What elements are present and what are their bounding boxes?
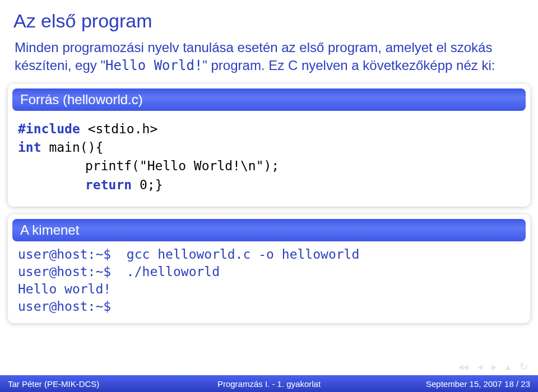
code-stdio: <stdio.h> — [80, 122, 157, 136]
footer-bar: Tar Péter (PE-MIK-DCS) Programzás I. - 1… — [0, 375, 538, 392]
kw-int: int — [18, 140, 41, 155]
footer-title: Programzás I. - 1. gyakorlat — [177, 379, 361, 389]
terminal-output: user@host:~$ gcc helloworld.c -o hellowo… — [8, 241, 530, 323]
nav-up-icon[interactable]: ▴ — [505, 361, 511, 373]
source-code: #include <stdio.h> int main(){ printf("H… — [8, 111, 530, 207]
nav-prev-icon[interactable]: ◂ — [477, 361, 483, 373]
intro-text: Minden programozási nyelv tanulása eseté… — [15, 40, 495, 73]
output-block-title: A kimenet — [12, 219, 526, 241]
nav-next-icon[interactable]: ▸ — [491, 361, 497, 373]
source-block: Forrás (helloworld.c) #include <stdio.h>… — [8, 84, 530, 207]
nav-cycle-icon[interactable]: ↻ — [520, 361, 528, 373]
code-printf: printf("Hello World!\n"); — [85, 158, 279, 173]
kw-return: return — [85, 178, 132, 192]
slide: Az első program Minden programozási nyel… — [0, 0, 538, 392]
source-block-title: Forrás (helloworld.c) — [12, 88, 526, 111]
nav-icon-row: ◂◂ ◂ ▸ ▴ ↻ — [458, 361, 528, 373]
footer-page: September 15, 2007 18 / 23 — [361, 379, 530, 389]
nav-first-icon[interactable]: ◂◂ — [458, 361, 469, 373]
output-block: A kimenet user@host:~$ gcc helloworld.c … — [8, 214, 530, 323]
footer-author: Tar Péter (PE-MIK-DCS) — [8, 379, 177, 389]
slide-title: Az első program — [0, 0, 538, 35]
code-main: main(){ — [41, 140, 104, 155]
code-return-end: 0;} — [132, 178, 163, 192]
kw-include: #include — [18, 122, 80, 136]
intro-paragraph: Minden programozási nyelv tanulása eseté… — [0, 35, 538, 82]
